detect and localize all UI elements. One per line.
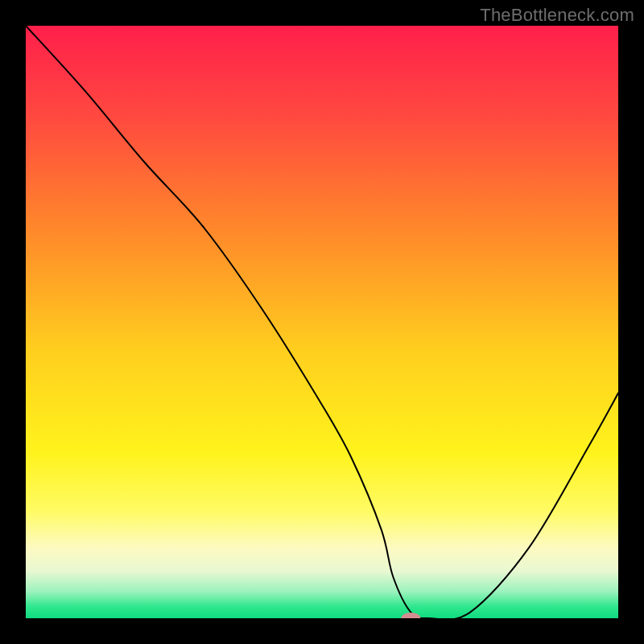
- gradient-background: [26, 26, 618, 618]
- watermark-text: TheBottleneck.com: [480, 5, 634, 26]
- chart-container: TheBottleneck.com: [0, 0, 644, 644]
- plot-area: [26, 26, 618, 618]
